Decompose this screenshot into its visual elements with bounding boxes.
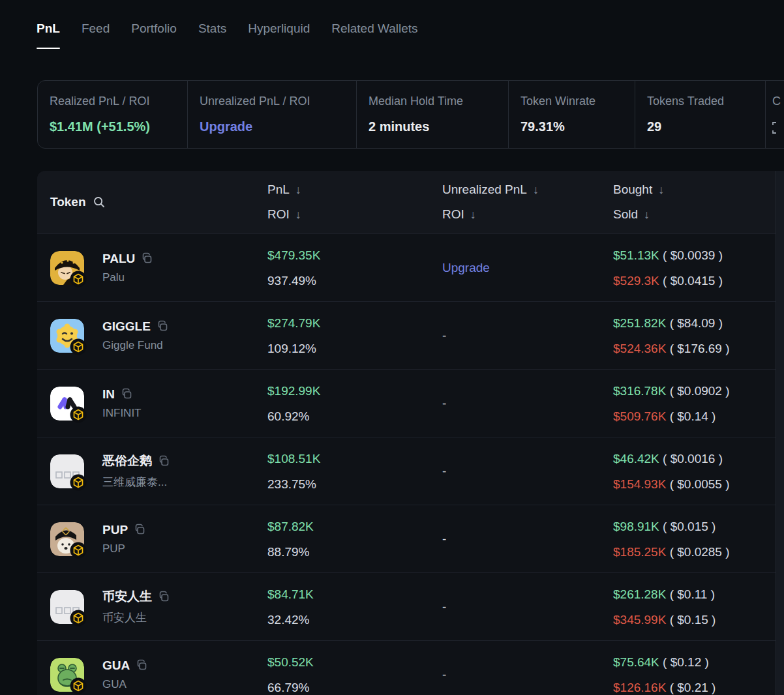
pnl-cell: $50.52K 66.79% [267, 650, 442, 695]
top-tab-bar: PnLFeedPortfolioStatsHyperliquidRelated … [37, 22, 418, 49]
token-avatar [50, 658, 84, 692]
sold-column-label[interactable]: Sold [613, 202, 638, 227]
partial-stat-icon [772, 122, 784, 136]
sold-value: $529.3K ( $0.0415 ) [613, 269, 784, 293]
table-row[interactable]: GIGGLE Giggle Fund $274.79K 109.12% - $2… [37, 301, 784, 369]
unrealized-cell: - [442, 396, 613, 411]
tab-pnl[interactable]: PnL [37, 22, 60, 49]
pnl-column-label[interactable]: PnL [267, 177, 290, 202]
unrealized-pnl-column-label[interactable]: Unrealized PnL [442, 177, 527, 202]
token-name: Giggle Fund [102, 339, 169, 352]
token-cell[interactable]: PALU Palu [50, 251, 267, 285]
sold-value: $154.93K ( $0.0055 ) [613, 472, 784, 496]
tab-portfolio[interactable]: Portfolio [131, 22, 177, 49]
unrealized-roi-column-label[interactable]: ROI [442, 202, 464, 227]
pnl-cell: $108.51K 233.75% [267, 447, 442, 496]
empty-value-dash: - [442, 329, 446, 342]
table-row[interactable]: 恶俗企鹅 三维威廉泰... $108.51K 233.75% - $46.42K… [37, 437, 784, 505]
tab-hyperliquid[interactable]: Hyperliquid [248, 22, 310, 49]
token-avatar [50, 590, 84, 624]
token-column-label: Token [50, 195, 86, 209]
wallet-pnl-page: PnLFeedPortfolioStatsHyperliquidRelated … [0, 0, 784, 695]
bought-sold-cell: $46.42K ( $0.0016 ) $154.93K ( $0.0055 ) [613, 447, 784, 496]
table-body: PALU Palu $479.35K 937.49% Upgrade $51.1… [37, 233, 784, 695]
bought-value: $261.28K ( $0.11 ) [613, 582, 784, 606]
copy-address-icon[interactable] [141, 252, 153, 265]
copy-address-icon[interactable] [134, 524, 146, 536]
table-row[interactable]: 币安人生 币安人生 $84.71K 32.42% - $261.28K ( $0… [37, 572, 784, 640]
table-header: Token PnL ↓ ROI ↓ [37, 171, 784, 233]
token-cell[interactable]: GUA GUA [50, 658, 267, 692]
token-symbol[interactable]: GIGGLE [102, 319, 151, 334]
token-cell[interactable]: 币安人生 币安人生 [50, 588, 267, 625]
stat-card-2: Unrealized PnL / ROIUpgrade [188, 81, 357, 148]
copy-address-icon[interactable] [136, 659, 148, 672]
token-avatar [50, 454, 84, 488]
table-row[interactable]: GUA GUA $50.52K 66.79% - $75.64K ( $0.12… [37, 640, 784, 695]
token-symbol[interactable]: PALU [102, 252, 135, 266]
roi-column-label[interactable]: ROI [267, 202, 290, 227]
token-symbol[interactable]: IN [102, 387, 115, 402]
column-header-token[interactable]: Token [50, 195, 267, 209]
sort-desc-icon[interactable]: ↓ [295, 177, 301, 202]
copy-address-icon[interactable] [158, 591, 170, 603]
bought-value: $98.91K ( $0.015 ) [613, 514, 784, 539]
token-symbol[interactable]: PUP [102, 523, 128, 537]
table-row[interactable]: IN INFINIT $192.99K 60.92% - $316.78K ( … [37, 369, 784, 437]
token-symbol[interactable]: GUA [102, 658, 130, 673]
token-name: 三维威廉泰... [102, 475, 170, 490]
tab-related-wallets[interactable]: Related Wallets [331, 22, 417, 49]
stat-card-5: Tokens Traded29 [635, 81, 766, 148]
copy-address-icon[interactable] [121, 388, 133, 400]
sort-desc-icon[interactable]: ↓ [295, 202, 301, 227]
copy-address-icon[interactable] [157, 320, 169, 333]
sold-value: $185.25K ( $0.0285 ) [613, 540, 784, 564]
table-row[interactable]: PALU Palu $479.35K 937.49% Upgrade $51.1… [37, 233, 784, 301]
sort-desc-icon[interactable]: ↓ [658, 177, 664, 202]
stat-label: C [772, 95, 784, 108]
bought-value: $75.64K ( $0.12 ) [613, 650, 784, 674]
roi-value: 32.42% [267, 608, 442, 632]
unrealized-cell: - [442, 668, 613, 682]
empty-value-dash: - [442, 464, 446, 478]
pnl-cell: $87.82K 88.79% [267, 514, 442, 564]
sort-desc-icon[interactable]: ↓ [470, 202, 476, 227]
pnl-value: $84.71K [267, 582, 442, 606]
token-cell[interactable]: PUP PUP [50, 522, 267, 556]
pnl-cell: $479.35K 937.49% [267, 243, 442, 293]
tab-stats[interactable]: Stats [198, 22, 226, 49]
token-cell[interactable]: IN INFINIT [50, 387, 267, 421]
token-symbol[interactable]: 恶俗企鹅 [102, 452, 152, 469]
unrealized-cell: - [442, 600, 613, 614]
empty-value-dash: - [442, 668, 446, 681]
sort-desc-icon[interactable]: ↓ [533, 177, 539, 202]
table-row[interactable]: PUP PUP $87.82K 88.79% - $98.91K ( $0.01… [37, 505, 784, 572]
token-name: 币安人生 [102, 610, 170, 625]
unrealized-cell: - [442, 532, 613, 546]
bought-sold-cell: $251.82K ( $84.09 ) $524.36K ( $176.69 ) [613, 311, 784, 361]
unrealized-cell: - [442, 464, 613, 479]
token-avatar [50, 319, 84, 353]
copy-address-icon[interactable] [158, 455, 170, 467]
pnl-cell: $274.79K 109.12% [267, 311, 442, 361]
roi-value: 233.75% [267, 472, 442, 496]
unrealized-cell: - [442, 329, 613, 343]
tab-feed[interactable]: Feed [82, 22, 110, 49]
token-avatar [50, 387, 84, 421]
sold-value: $509.76K ( $0.14 ) [613, 404, 784, 428]
unrealized-cell: Upgrade [442, 261, 613, 275]
stats-strip: Realized PnL / ROI$1.41M (+51.5%)Unreali… [37, 80, 784, 149]
token-cell[interactable]: 恶俗企鹅 三维威廉泰... [50, 452, 267, 490]
bought-sold-cell: $75.64K ( $0.12 ) $126.16K ( $0.21 ) [613, 650, 784, 695]
sold-value: $126.16K ( $0.21 ) [613, 675, 784, 695]
sort-desc-icon[interactable]: ↓ [644, 202, 650, 227]
token-symbol[interactable]: 币安人生 [102, 588, 152, 605]
search-icon[interactable] [93, 196, 106, 209]
bought-column-label[interactable]: Bought [613, 177, 652, 202]
stat-label: Median Hold Time [369, 95, 508, 108]
next-column-edge [776, 171, 784, 695]
upgrade-link[interactable]: Upgrade [442, 261, 490, 274]
token-cell[interactable]: GIGGLE Giggle Fund [50, 319, 267, 353]
upgrade-link[interactable]: Upgrade [200, 119, 356, 134]
roi-value: 60.92% [267, 404, 442, 428]
